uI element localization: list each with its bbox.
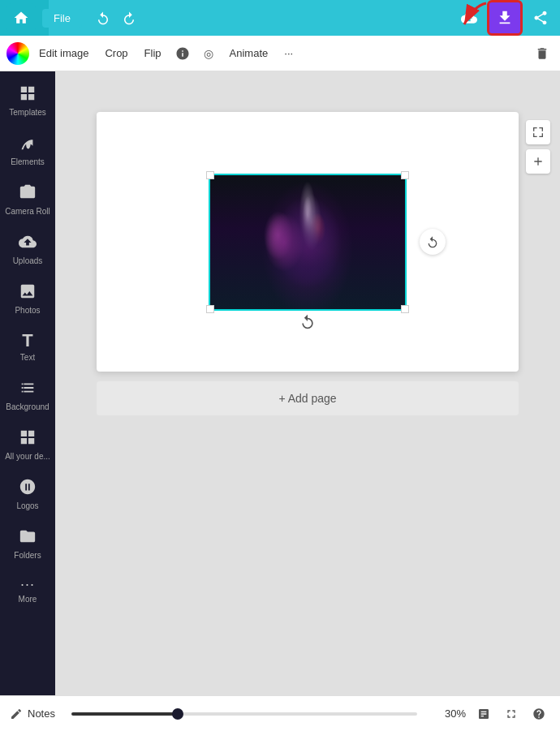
crop-button[interactable]: Crop [98,44,134,62]
add-page-button[interactable]: + Add page [97,381,519,415]
resize-button[interactable] [526,120,550,144]
folders-label: Folders [14,551,41,561]
uploads-label: Uploads [13,256,43,266]
flip-button[interactable]: Flip [138,44,168,62]
help-button[interactable] [528,703,550,725]
sidebar: Templates Elements Camera Roll Uploads P… [0,71,55,695]
page-info-button[interactable] [472,703,495,725]
top-bar: File [0,0,560,36]
bottom-bar: Notes 30% [0,695,560,731]
delete-button[interactable] [531,42,554,65]
add-section-button[interactable] [526,149,550,174]
color-wheel-button[interactable] [6,42,29,65]
canvas-area: + Add page [55,71,560,695]
sidebar-item-camera-roll[interactable]: Camera Roll [3,177,52,223]
toolbar: Edit image Crop Flip ◎ Animate ··· [0,36,560,71]
sidebar-item-elements[interactable]: Elements [3,127,52,174]
logos-label: Logos [16,501,38,511]
templates-label: Templates [9,108,46,118]
photos-label: Photos [15,306,40,316]
more-label: More [19,595,37,604]
folders-icon [19,527,37,548]
handle-bottom-left[interactable] [206,305,214,313]
more-button[interactable]: ··· [278,44,299,62]
templates-icon [19,84,37,105]
photos-icon [19,282,37,303]
sidebar-item-uploads[interactable]: Uploads [3,226,52,273]
undo-button[interactable] [92,6,114,29]
zoom-slider[interactable] [71,712,417,716]
handle-top-right[interactable] [401,171,409,179]
more-icon: ··· [20,577,35,591]
sidebar-item-logos[interactable]: Logos [3,471,52,518]
save-cloud-button[interactable] [456,5,482,31]
elements-icon [19,134,37,154]
fullscreen-button[interactable] [500,703,523,725]
handle-bottom-right[interactable] [401,305,409,313]
canvas-image [210,175,405,309]
redo-button[interactable] [118,6,140,29]
zoom-slider-wrap [71,712,417,716]
text-icon: T [22,332,32,350]
rotate-right-button[interactable] [420,229,446,255]
sidebar-item-photos[interactable]: Photos [3,276,52,322]
sidebar-item-templates[interactable]: Templates [3,78,52,124]
top-bar-right [456,0,554,36]
all-your-des-label: All your de... [5,452,50,462]
sidebar-item-background[interactable]: Background [3,372,52,419]
notes-button[interactable]: Notes [10,707,55,720]
background-icon [19,379,37,399]
camera-roll-label: Camera Roll [5,207,50,217]
zoom-label: 30% [433,707,466,720]
edit-image-button[interactable]: Edit image [32,44,95,62]
history-controls [92,6,140,29]
handle-top-left[interactable] [206,171,214,179]
selected-image-wrap[interactable] [210,175,405,309]
notes-label: Notes [28,707,55,720]
sidebar-item-folders[interactable]: Folders [3,521,52,567]
download-button[interactable] [487,0,523,36]
bottom-right-buttons [472,703,550,725]
right-controls [526,120,550,174]
info-button[interactable] [171,42,194,65]
download-area [487,0,523,36]
animate-button[interactable]: Animate [223,44,275,62]
rotate-handle[interactable] [299,313,316,333]
top-bar-left: File [6,3,140,32]
camera-roll-icon [19,183,37,204]
all-your-des-icon [19,428,37,449]
uploads-icon [19,233,37,253]
sidebar-item-all-your-des[interactable]: All your de... [3,422,52,468]
logos-icon [19,478,37,498]
home-button[interactable] [6,3,36,32]
elements-label: Elements [11,157,45,167]
text-label: Text [20,353,35,363]
animate-icon: ◎ [197,42,220,65]
page-canvas [97,112,519,372]
background-label: Background [6,402,49,412]
face-artwork [210,175,405,309]
main-area: Templates Elements Camera Roll Uploads P… [0,71,560,695]
sidebar-item-more[interactable]: ··· More [3,570,52,611]
share-button[interactable] [528,5,554,31]
file-menu[interactable]: File [42,9,82,28]
sidebar-item-text[interactable]: T Text [3,325,52,369]
